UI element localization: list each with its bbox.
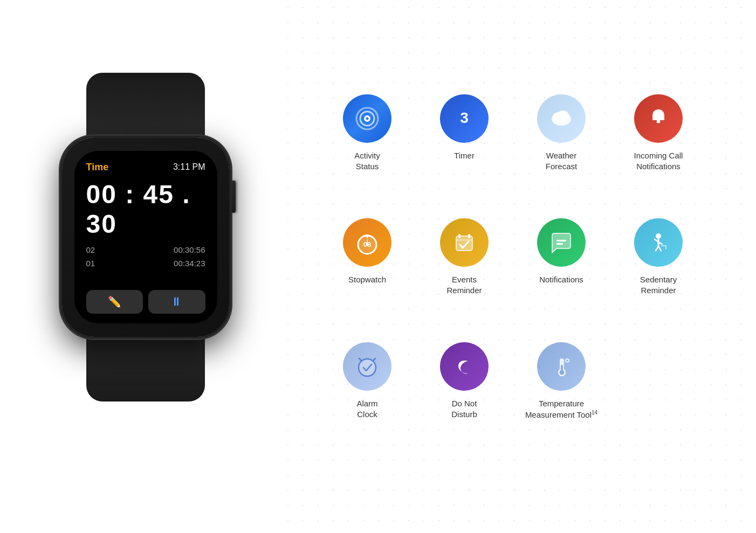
watch-edit-button[interactable]: ✏️ [86,290,143,314]
svg-rect-18 [458,234,461,238]
notifications-label: Notifications [539,274,583,285]
timer-icon: 3 [440,94,489,143]
watch-header: Time 3:11 PM [86,162,205,173]
edit-icon: ✏️ [108,295,121,308]
feature-stopwatch: 08 Stopwatch [324,207,410,326]
activity-status-label: ActivityStatus [354,150,380,172]
feature-activity-status: ActivityStatus [324,84,410,202]
svg-line-27 [359,358,361,361]
svg-rect-22 [556,243,563,245]
timer-label: Timer [454,150,475,161]
watch-outer: Time 3:11 PM 00 : 45 . 30 02 00:30:56 01… [49,73,243,461]
svg-point-7 [557,110,569,121]
watch-section: Time 3:11 PM 00 : 45 . 30 02 00:30:56 01… [11,0,280,533]
svg-rect-21 [556,240,566,241]
sedentary-reminder-icon [634,218,683,267]
watch-time-value: 3:11 PM [173,162,205,172]
incoming-call-label: Incoming CallNotifications [634,150,683,172]
alarm-clock-label: AlarmClock [356,398,377,420]
watch-screen: Time 3:11 PM 00 : 45 . 30 02 00:30:56 01… [74,151,217,323]
svg-point-33 [566,359,569,362]
stopwatch-label: Stopwatch [348,274,386,285]
feature-temperature: TemperatureMeasurement Tool14 [518,331,604,450]
svg-rect-20 [456,239,472,241]
watch-lap2-time: 00:30:56 [174,245,205,254]
watch-buttons: ✏️ ⏸ [86,290,205,314]
do-not-disturb-label: Do NotDisturb [451,398,477,420]
events-reminder-label: EventsReminder [446,274,482,296]
svg-point-3 [366,117,369,120]
stopwatch-icon: 08 [343,218,391,267]
svg-rect-19 [468,234,470,238]
watch-lap-2: 02 00:30:56 [86,245,205,254]
watch-band-top [86,73,205,137]
feature-alarm-clock: AlarmClock [324,331,410,450]
watch-lap1-num: 01 [86,259,95,268]
feature-timer: 3 Timer [421,84,507,202]
watch-band-bottom [86,337,205,402]
incoming-call-icon [634,94,683,143]
feature-incoming-call: Incoming CallNotifications [615,84,702,202]
temperature-icon [537,342,586,391]
watch-stopwatch: 00 : 45 . 30 [86,179,205,239]
weather-forecast-icon [537,94,586,143]
feature-notifications: Notifications [518,207,604,326]
feature-sedentary-reminder: SedentaryReminder [615,207,702,326]
pause-icon: ⏸ [170,295,183,309]
alarm-clock-icon [343,342,391,391]
watch-pause-button[interactable]: ⏸ [148,290,205,314]
sedentary-reminder-label: SedentaryReminder [640,274,677,296]
features-section: ActivityStatus 3 Timer [280,0,745,533]
svg-rect-25 [665,245,666,250]
feature-events-reminder: EventsReminder [421,207,507,326]
notifications-icon [537,218,586,267]
svg-point-26 [359,359,376,376]
watch-side-button [231,181,236,213]
svg-point-9 [657,121,661,123]
page-container: Time 3:11 PM 00 : 45 . 30 02 00:30:56 01… [0,0,756,533]
activity-status-icon [343,94,391,143]
svg-text:3: 3 [460,109,469,126]
temperature-label: TemperatureMeasurement Tool14 [525,398,597,421]
svg-line-28 [373,358,375,361]
svg-rect-17 [456,236,472,251]
events-reminder-icon [440,218,489,267]
watch-lap-1: 01 00:34:23 [86,259,205,268]
watch-laps: 02 00:30:56 01 00:34:23 [86,245,205,268]
watch-lap1-time: 00:34:23 [174,259,205,268]
svg-rect-12 [367,236,368,238]
weather-forecast-label: WeatherForecast [546,150,577,172]
temperature-superscript: 14 [592,410,597,416]
watch-body: Time 3:11 PM 00 : 45 . 30 02 00:30:56 01… [62,137,229,337]
watch-time-label: Time [86,162,109,173]
feature-do-not-disturb: Do NotDisturb [421,331,507,450]
do-not-disturb-icon [440,342,489,391]
svg-point-32 [560,370,565,375]
feature-weather-forecast: WeatherForecast [518,84,604,202]
features-grid: ActivityStatus 3 Timer [324,84,702,450]
watch-lap2-num: 02 [86,245,95,254]
